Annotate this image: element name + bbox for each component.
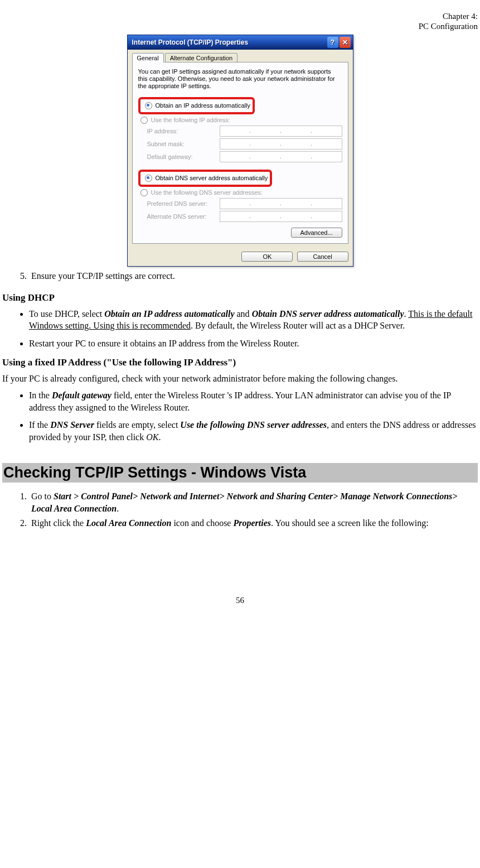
radio-obtain-dns[interactable]: Obtain DNS server address automatically [145, 175, 268, 182]
fixed-bullets: In the Default gateway field, enter the … [2, 389, 478, 443]
radio-use-dns-label: Use the following DNS server addresses: [151, 189, 263, 196]
advanced-button[interactable]: Advanced... [291, 228, 342, 238]
page-header: Chapter 4: PC Configuration [2, 11, 478, 31]
preferred-dns-input[interactable]: ... [220, 198, 342, 209]
fixed-bullet-1: In the Default gateway field, enter the … [29, 389, 478, 413]
label-preferred-dns: Preferred DNS server: [138, 200, 220, 207]
radio-use-ip[interactable]: Use the following IP address: [140, 117, 342, 124]
dialog-title: Internet Protocol (TCP/IP) Properties [130, 38, 326, 46]
dialog-intro-text: You can get IP settings assigned automat… [138, 68, 342, 90]
label-subnet-mask: Subnet mask: [138, 141, 220, 147]
dhcp-bullet-2: Restart your PC to ensure it obtains an … [29, 337, 478, 350]
radio-obtain-ip[interactable]: Obtain an IP address automatically [145, 102, 250, 109]
heading-using-dhcp: Using DHCP [2, 292, 478, 303]
vista-step-1: Go to Start > Control Panel> Network and… [29, 490, 478, 514]
dhcp-bullet-1: To use DHCP, select Obtain an IP address… [29, 308, 478, 332]
vista-step-2: Right click the Local Area Connection ic… [29, 517, 478, 529]
fixed-bullet-2: If the DNS Server fields are empty, sele… [29, 419, 478, 443]
label-alternate-dns: Alternate DNS server: [138, 213, 220, 220]
highlight-obtain-dns: Obtain DNS server address automatically [138, 170, 273, 187]
tab-alternate-configuration[interactable]: Alternate Configuration [165, 53, 238, 62]
header-line-2: PC Configuration [419, 22, 478, 31]
ordered-list-step5: Ensure your TCP/IP settings are correct. [2, 271, 478, 281]
radio-use-ip-label: Use the following IP address: [151, 117, 230, 123]
dialog-titlebar: Internet Protocol (TCP/IP) Properties ? … [128, 35, 353, 50]
close-button[interactable]: ✕ [340, 37, 351, 48]
tab-general[interactable]: General [132, 53, 164, 62]
subnet-mask-input[interactable]: ... [220, 138, 342, 150]
radio-dot-icon [145, 175, 152, 182]
default-gateway-input[interactable]: ... [220, 151, 342, 162]
tcpip-properties-dialog: Internet Protocol (TCP/IP) Properties ? … [127, 35, 353, 267]
radio-obtain-dns-label: Obtain DNS server address automatically [156, 175, 268, 181]
document-page: Chapter 4: PC Configuration Internet Pro… [0, 0, 480, 622]
general-tab-pane: You can get IP settings assigned automat… [132, 62, 348, 244]
heading-fixed-ip: Using a fixed IP Address ("Use the follo… [2, 357, 478, 368]
ip-address-input[interactable]: ... [220, 126, 342, 137]
radio-dot-icon [145, 102, 152, 109]
fixed-intro: If your PC is already configured, check … [2, 373, 478, 385]
step-5: Ensure your TCP/IP settings are correct. [29, 271, 478, 281]
label-default-gateway: Default gateway: [138, 153, 220, 160]
radio-dot-icon [140, 117, 148, 124]
section-heading-vista: Checking TCP/IP Settings - Windows Vista [2, 463, 478, 483]
help-button[interactable]: ? [327, 37, 338, 48]
radio-dot-icon [140, 189, 148, 196]
page-number: 56 [2, 596, 478, 605]
dhcp-bullets: To use DHCP, select Obtain an IP address… [2, 308, 478, 350]
radio-use-dns[interactable]: Use the following DNS server addresses: [140, 189, 342, 196]
radio-obtain-ip-label: Obtain an IP address automatically [156, 102, 250, 109]
alternate-dns-input[interactable]: ... [220, 211, 342, 222]
label-ip-address: IP address: [138, 128, 220, 134]
ok-button[interactable]: OK [241, 252, 293, 262]
cancel-button[interactable]: Cancel [297, 252, 348, 262]
highlight-obtain-ip: Obtain an IP address automatically [138, 97, 255, 114]
header-line-1: Chapter 4: [443, 12, 478, 21]
vista-steps: Go to Start > Control Panel> Network and… [2, 490, 478, 529]
